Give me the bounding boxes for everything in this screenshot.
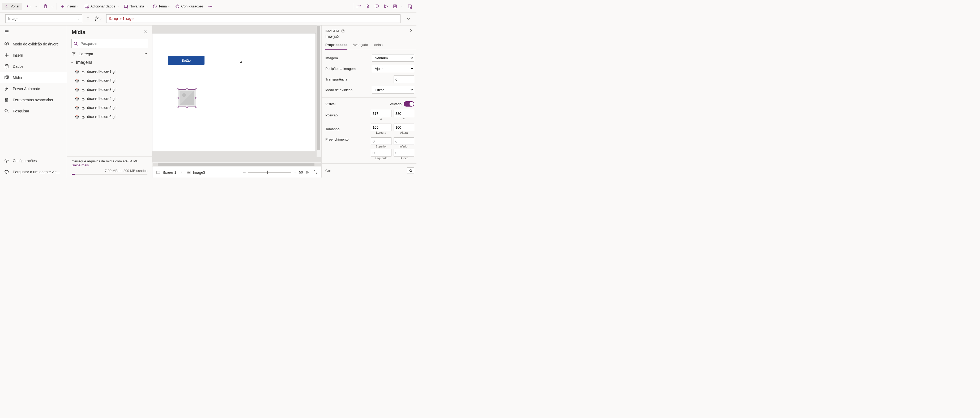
paste-split-button[interactable]: ⌵ xyxy=(50,3,56,9)
media-file[interactable]: 🎲⟳dice-roll-dice-3.gif xyxy=(67,85,152,94)
resize-handle[interactable] xyxy=(195,97,197,99)
media-upload-button[interactable]: Carregar xyxy=(72,52,93,56)
zoom-in-button[interactable]: + xyxy=(293,169,296,175)
canvas-label-control[interactable]: 4 xyxy=(240,60,242,64)
checker-button[interactable] xyxy=(363,2,372,10)
prop-row-padding: Preenchimento Superior Inferior xyxy=(325,136,414,161)
preview-button[interactable] xyxy=(381,2,390,10)
learn-more-link[interactable]: Saiba mais xyxy=(72,163,89,167)
tab-ideas[interactable]: Ideias xyxy=(374,41,383,50)
prop-size-width-input[interactable] xyxy=(371,124,391,131)
canvas-button-control[interactable]: Botão xyxy=(168,56,205,65)
breadcrumb-screen[interactable]: Screen1 xyxy=(156,170,177,175)
file-thumb-icon: 🎲 xyxy=(74,78,79,83)
prop-padding-right-input[interactable] xyxy=(394,149,414,156)
media-search-box[interactable] xyxy=(71,39,148,48)
media-group-images[interactable]: Imagens xyxy=(67,58,152,67)
save-split-button[interactable]: ⌵ xyxy=(399,3,405,9)
prop-position-x-input[interactable] xyxy=(371,110,391,117)
resize-handle[interactable] xyxy=(177,97,179,99)
add-data-label: Adicionar dados xyxy=(90,4,115,8)
leftrail-power-automate[interactable]: Power Automate xyxy=(0,83,67,94)
svg-point-10 xyxy=(177,6,178,7)
leftrail-insert[interactable]: Inserir xyxy=(0,50,67,61)
prop-padding-left-input[interactable] xyxy=(371,149,391,156)
prop-visible-toggle[interactable] xyxy=(404,101,414,107)
resize-handle[interactable] xyxy=(195,106,197,108)
undo-button[interactable] xyxy=(24,3,33,10)
undo-split-button[interactable]: ⌵ xyxy=(33,3,39,9)
tab-properties[interactable]: Propriedades xyxy=(325,41,347,50)
svg-point-26 xyxy=(5,109,8,112)
media-search-input[interactable] xyxy=(80,41,146,46)
resize-handle[interactable] xyxy=(186,106,188,108)
file-thumb-icon: 🎲 xyxy=(74,69,79,74)
help-icon[interactable]: ? xyxy=(341,29,345,33)
new-screen-button[interactable]: Nova tela ⌵ xyxy=(121,3,150,10)
back-button[interactable]: Voltar xyxy=(2,3,22,10)
overflow-button[interactable] xyxy=(206,3,215,10)
add-data-button[interactable]: Adicionar dados ⌵ xyxy=(82,3,121,10)
prop-label: Posição xyxy=(325,113,337,117)
leftrail-search[interactable]: Pesquisar xyxy=(0,105,67,116)
canvas-viewport[interactable]: Botão 4 xyxy=(153,26,321,162)
prop-transparency-input[interactable] xyxy=(394,75,414,83)
prop-position-y-input[interactable] xyxy=(394,110,414,117)
canvas-image-control-selected[interactable] xyxy=(178,89,196,107)
prop-padding-top-input[interactable] xyxy=(371,137,391,145)
theme-button[interactable]: Tema ⌵ xyxy=(150,3,173,10)
prop-image-select[interactable]: Nenhum xyxy=(372,54,414,62)
prop-display-mode-select[interactable]: Editar xyxy=(372,86,414,94)
media-file[interactable]: 🎲⟳dice-roll-dice-6.gif xyxy=(67,112,152,121)
media-file[interactable]: 🎲⟳dice-roll-dice-1.gif xyxy=(67,67,152,76)
leftrail-ask-agent[interactable]: Perguntar a um agente virt... xyxy=(0,166,67,177)
tab-advanced[interactable]: Avançado xyxy=(353,41,368,50)
sub-label: Direita xyxy=(400,156,408,160)
leftrail-adv-tools[interactable]: Ferramentas avançadas xyxy=(0,94,67,105)
publish-button[interactable] xyxy=(405,2,414,10)
paste-button[interactable] xyxy=(41,3,50,10)
leftrail-tree-view[interactable]: Modo de exibição de árvore xyxy=(0,38,67,50)
formula-expand-button[interactable] xyxy=(403,14,414,23)
zoom-value: 50 xyxy=(299,170,303,174)
media-file[interactable]: 🎲⟳dice-roll-dice-4.gif xyxy=(67,94,152,103)
prop-label: Preenchimento xyxy=(325,137,348,141)
top-toolbar: Voltar ⌵ ⌵ Inserir ⌵ Adicionar dados ⌵ N… xyxy=(0,0,417,13)
canvas-screen[interactable]: Botão 4 xyxy=(153,34,315,151)
leftrail-data[interactable]: Dados xyxy=(0,61,67,72)
prop-padding-bottom-input[interactable] xyxy=(394,137,414,145)
resize-handle[interactable] xyxy=(177,88,179,90)
settings-button[interactable]: Configurações xyxy=(173,3,206,10)
horizontal-scrollbar[interactable] xyxy=(153,162,321,167)
resize-handle[interactable] xyxy=(195,88,197,90)
upload-label: Carregar xyxy=(79,52,93,56)
prop-image-position-select[interactable]: Ajuste xyxy=(372,65,414,72)
leftrail-settings[interactable]: Configurações xyxy=(0,155,67,166)
prop-pane-expand-button[interactable] xyxy=(409,29,413,33)
hamburger-button[interactable] xyxy=(0,26,67,38)
breadcrumb-control[interactable]: Image3 xyxy=(186,170,205,175)
vertical-scrollbar[interactable] xyxy=(317,26,321,157)
resize-handle[interactable] xyxy=(177,106,179,108)
zoom-slider[interactable] xyxy=(248,172,291,173)
share-button[interactable] xyxy=(354,2,363,10)
media-pane-close-button[interactable] xyxy=(144,30,147,35)
fit-to-window-button[interactable] xyxy=(313,170,318,175)
zoom-out-button[interactable]: − xyxy=(243,169,246,175)
leftrail-media[interactable]: Mídia xyxy=(0,72,67,83)
formula-input[interactable]: SampleImage xyxy=(106,14,401,23)
prop-color-picker[interactable] xyxy=(407,168,414,174)
media-more-button[interactable] xyxy=(143,51,147,56)
comments-button[interactable] xyxy=(372,2,381,10)
fx-button[interactable]: fx ⌵ xyxy=(94,16,103,21)
save-button[interactable] xyxy=(390,2,399,10)
property-selector[interactable]: Image ⌵ xyxy=(5,14,82,23)
svg-point-13 xyxy=(212,6,212,6)
prop-size-height-input[interactable] xyxy=(394,124,414,131)
file-thumb-icon: 🎲 xyxy=(74,87,79,92)
media-file[interactable]: 🎲⟳dice-roll-dice-2.gif xyxy=(67,76,152,85)
resize-handle[interactable] xyxy=(186,88,188,90)
file-thumb-icon: 🎲 xyxy=(74,114,79,119)
media-file[interactable]: 🎲⟳dice-roll-dice-5.gif xyxy=(67,103,152,112)
insert-button[interactable]: Inserir ⌵ xyxy=(58,3,82,10)
